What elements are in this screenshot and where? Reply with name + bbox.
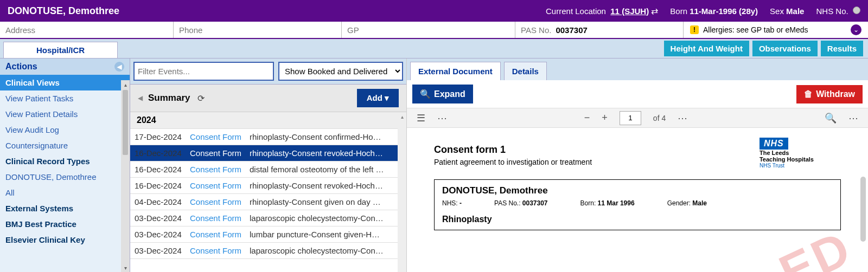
search-icon[interactable]: 🔍 bbox=[825, 112, 837, 124]
gp-field: GP bbox=[342, 22, 515, 38]
patient-name: DONOTUSE, Demothree bbox=[8, 5, 119, 17]
event-row[interactable]: 03-Dec-2024Consent Formlaparoscopic chol… bbox=[130, 243, 398, 259]
sidebar-item[interactable]: Clinical Views› bbox=[0, 75, 130, 90]
pdf-page: Consent form 1 Patient agreement to inve… bbox=[429, 139, 846, 236]
nhs-indicator-icon bbox=[853, 7, 860, 14]
event-row[interactable]: 04-Dec-2024Consent Formrhinoplasty-Conse… bbox=[130, 194, 398, 210]
phone-field: Phone bbox=[174, 22, 342, 38]
expand-button[interactable]: 🔍Expand bbox=[412, 85, 473, 103]
sidebar-item[interactable]: View Patient Details bbox=[0, 106, 130, 122]
trash-icon: 🗑 bbox=[804, 89, 813, 99]
event-row[interactable]: 03-Dec-2024Consent Formlumbar puncture-C… bbox=[130, 226, 398, 243]
patient-banner: DONOTUSE, Demothree Current Location 11 … bbox=[0, 0, 868, 22]
withdraw-button[interactable]: 🗑Withdraw bbox=[796, 85, 863, 103]
year-header: 2024 bbox=[130, 112, 398, 129]
sidebar-item[interactable]: BMJ Best Practice bbox=[0, 216, 130, 232]
collapse-icon[interactable]: ◀ bbox=[114, 62, 124, 72]
procedure-name: Rhinoplasty bbox=[442, 215, 833, 224]
sidebar-item[interactable]: Clinical Record Types bbox=[0, 153, 130, 169]
sidebar-item[interactable]: View Patient Tasks bbox=[0, 90, 130, 106]
scroll-up-icon[interactable]: ▴ bbox=[121, 80, 130, 89]
page-number-input[interactable] bbox=[620, 111, 641, 125]
overflow-icon[interactable]: ⋯ bbox=[848, 112, 858, 124]
sidebar-scrollbar[interactable]: ▴ ▾ bbox=[121, 80, 130, 272]
page-total: of 4 bbox=[653, 114, 666, 122]
show-filter-select[interactable]: Show Booked and Delivered bbox=[278, 62, 403, 81]
sidebar-item[interactable]: Countersignature bbox=[0, 138, 130, 153]
patient-details-box: DONOTUSE, Demothree NHS: - PAS No.: 0037… bbox=[434, 179, 841, 230]
sidebar-item[interactable]: DONOTUSE, Demothree bbox=[0, 169, 130, 185]
collapse-left-icon[interactable]: ◀ bbox=[138, 94, 143, 102]
sidebar-item[interactable]: All bbox=[0, 185, 130, 200]
address-field: Address bbox=[0, 22, 174, 38]
results-button[interactable]: Results bbox=[821, 41, 863, 56]
more-icon-2[interactable]: ⋯ bbox=[678, 112, 687, 124]
swap-icon[interactable]: ⇄ bbox=[651, 7, 658, 16]
tab-external-document[interactable]: External Document bbox=[410, 62, 501, 80]
add-button[interactable]: Add ▾ bbox=[357, 89, 399, 107]
tab-hospital-icr[interactable]: Hospital/ICR bbox=[3, 42, 118, 58]
event-row[interactable]: 03-Dec-2024Consent Formlaparoscopic chol… bbox=[130, 210, 398, 226]
context-row: Hospital/ICR Height And Weight Observati… bbox=[0, 39, 868, 59]
allergy-banner[interactable]: ! Allergies: see GP tab or eMeds ⌄ bbox=[684, 22, 868, 38]
list-icon[interactable]: ☰ bbox=[417, 112, 425, 124]
banner-right: Current Location 11 (SJUH) ⇄ Born 11-Mar… bbox=[546, 6, 860, 16]
events-scrollbar[interactable]: ▴ bbox=[398, 112, 406, 272]
document-pane: External Document Details 🔍Expand 🗑Withd… bbox=[407, 59, 868, 272]
zoom-icon: 🔍 bbox=[420, 89, 431, 99]
pdf-toolbar: ☰ ⋯ − + of 4 ⋯ 🔍 ⋯ bbox=[407, 108, 868, 128]
current-location[interactable]: 11 (SJUH) bbox=[610, 7, 649, 16]
main-area: Actions ◀ Clinical Views›View Patient Ta… bbox=[0, 59, 868, 272]
demographics-row: Address Phone GP PAS No.0037307 ! Allerg… bbox=[0, 22, 868, 39]
refresh-icon[interactable]: ⟳ bbox=[197, 93, 205, 103]
pas-field: PAS No.0037307 bbox=[515, 22, 684, 38]
event-row[interactable]: 16-Dec-2024Consent Formdistal femoral os… bbox=[130, 161, 398, 178]
sidebar: Actions ◀ Clinical Views›View Patient Ta… bbox=[0, 59, 130, 272]
tab-details[interactable]: Details bbox=[504, 62, 547, 80]
sidebar-item[interactable]: View Audit Log bbox=[0, 122, 130, 138]
pdf-scrollbar[interactable] bbox=[860, 177, 866, 242]
event-row[interactable]: 17-Dec-2024Consent Formrhinoplasty-Conse… bbox=[130, 129, 398, 145]
nhs-logo: NHS The LeedsTeaching Hospitals NHS Trus… bbox=[760, 138, 814, 169]
sidebar-item[interactable]: External Systems bbox=[0, 200, 130, 216]
scroll-down-icon[interactable]: ▾ bbox=[121, 263, 130, 272]
filter-events-input[interactable] bbox=[133, 62, 274, 81]
warning-icon: ! bbox=[690, 25, 699, 34]
actions-header[interactable]: Actions ◀ bbox=[0, 59, 130, 75]
event-row[interactable]: 16-Dec-2024Consent Formrhinoplasty-Conse… bbox=[130, 178, 398, 194]
sidebar-item[interactable]: Elsevier Clinical Key bbox=[0, 232, 130, 248]
zoom-out-icon[interactable]: − bbox=[584, 112, 590, 124]
pdf-viewer[interactable]: Consent form 1 Patient agreement to inve… bbox=[407, 128, 868, 272]
observations-button[interactable]: Observations bbox=[752, 41, 818, 56]
event-row[interactable]: 16-Dec-2024Consent Formrhinoplasty-Conse… bbox=[130, 145, 398, 161]
chevron-down-icon[interactable]: ⌄ bbox=[851, 24, 861, 35]
height-weight-button[interactable]: Height And Weight bbox=[664, 41, 749, 56]
doc-actions-row: 🔍Expand 🗑Withdraw bbox=[407, 80, 868, 108]
filter-row: Show Booked and Delivered bbox=[130, 59, 406, 85]
document-tabs: External Document Details bbox=[407, 59, 868, 80]
summary-header: ◀ Summary ⟳ Add ▾ bbox=[130, 85, 406, 112]
events-column: Show Booked and Delivered ◀ Summary ⟳ Ad… bbox=[130, 59, 407, 272]
zoom-in-icon[interactable]: + bbox=[602, 112, 608, 124]
more-icon[interactable]: ⋯ bbox=[437, 112, 447, 124]
